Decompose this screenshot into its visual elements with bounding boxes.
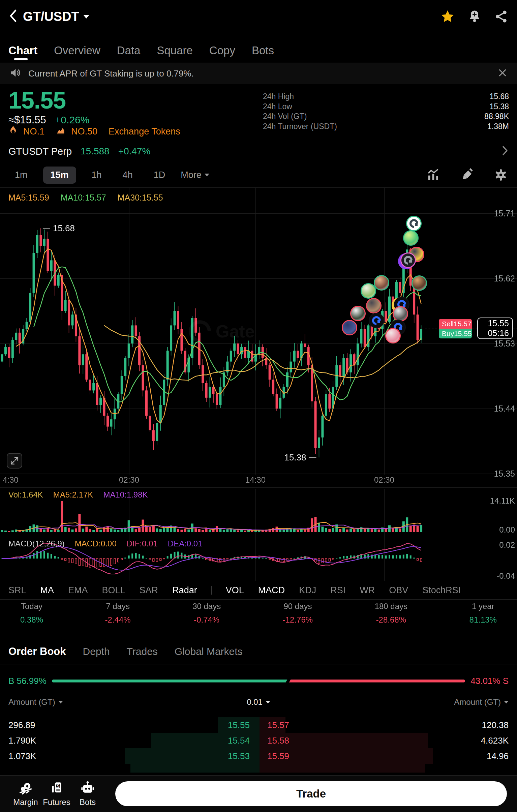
stat-label: 24h Turnover (USDT) <box>263 122 337 131</box>
indicator-tab-rsi[interactable]: RSI <box>330 585 345 596</box>
nav-futures[interactable]: $ Futures <box>41 781 72 807</box>
indicator-tab-obv[interactable]: OBV <box>389 585 408 596</box>
trader-avatar[interactable] <box>393 306 408 322</box>
indicator-tab-vol[interactable]: VOL <box>226 585 244 596</box>
macd-panel[interactable]: MACD(12,26,9) MACD:0.00 DIF:0.01 DEA:0.0… <box>0 538 517 581</box>
tab-chart[interactable]: Chart <box>8 44 37 57</box>
tf-1m[interactable]: 1m <box>9 167 33 184</box>
trader-avatar[interactable] <box>369 313 384 328</box>
tab-global-markets[interactable]: Global Markets <box>175 646 243 657</box>
active-tab-underline <box>14 58 28 60</box>
announcement-banner[interactable]: Current APR of GT Staking is up to 0.79%… <box>0 63 517 84</box>
precision-dropdown[interactable]: 0.01 <box>63 697 454 707</box>
tab-trades[interactable]: Trades <box>127 646 158 657</box>
trader-avatar[interactable] <box>385 328 401 344</box>
trading-app: GT/USDT Chart Overview Data Square Copy … <box>0 0 517 812</box>
top-bar: GT/USDT <box>0 3 517 30</box>
orderbook-row[interactable]: 296.8915.5515.57120.38 <box>0 717 517 733</box>
share-icon[interactable] <box>494 9 508 24</box>
orderbook-row[interactable]: 1.073K15.5315.5914.96 <box>0 748 517 764</box>
dea-value: DEA:0.01 <box>168 539 203 548</box>
tab-copy[interactable]: Copy <box>209 44 235 57</box>
sell-ratio-bar <box>289 679 465 683</box>
perp-row[interactable]: GTUSDT Perp 15.588 +0.47% <box>0 143 517 160</box>
trader-avatar[interactable] <box>366 298 381 314</box>
macd-params: MACD(12,26,9) <box>8 539 65 548</box>
bots-icon <box>80 781 95 795</box>
tf-1d[interactable]: 1D <box>148 167 171 184</box>
tab-square[interactable]: Square <box>157 44 193 57</box>
macd-header: MACD(12,26,9) MACD:0.00 DIF:0.01 DEA:0.0… <box>8 539 203 548</box>
favorite-star-icon[interactable] <box>440 9 455 24</box>
indicator-tab-boll[interactable]: BOLL <box>102 585 125 596</box>
indicator-tab-kdj[interactable]: KDJ <box>299 585 316 596</box>
amount-right-dropdown[interactable]: Amount (GT) <box>454 697 509 707</box>
nav-bots[interactable]: Bots <box>72 781 103 807</box>
indicator-tab-sar[interactable]: SAR <box>140 585 159 596</box>
perp-change: +0.47% <box>118 146 151 157</box>
trader-avatar[interactable] <box>342 320 357 336</box>
indicator-tab-srl[interactable]: SRL <box>8 585 26 596</box>
tf-15m[interactable]: 15m <box>43 167 76 184</box>
ratio-bar <box>52 679 465 683</box>
nav-margin[interactable]: Margin <box>10 781 41 807</box>
tf-1h[interactable]: 1h <box>86 167 107 184</box>
sector-name[interactable]: Exchange Tokens <box>109 126 180 137</box>
perf-1-year: 1 year81.13% <box>469 602 497 626</box>
buy-ratio-bar <box>52 679 287 683</box>
amount-left-dropdown[interactable]: Amount (GT) <box>8 697 63 707</box>
ma30-value: MA30:15.55 <box>118 193 163 203</box>
tab-bots[interactable]: Bots <box>252 44 274 57</box>
price-alert-bell-icon[interactable] <box>467 9 482 24</box>
hot-rank[interactable]: NO.1 <box>23 126 45 137</box>
trader-avatar[interactable] <box>361 283 376 299</box>
fiat-price: ≈$15.55 <box>8 114 46 126</box>
sector-chart-icon <box>56 126 66 138</box>
orderbook-row[interactable]: 1.790K15.5415.584.623K <box>0 733 517 748</box>
pair-selector-caret-icon[interactable] <box>83 15 89 19</box>
buy-price-tag: Buy15.55 <box>439 329 472 339</box>
trader-avatar[interactable] <box>403 230 419 246</box>
tab-order-book[interactable]: Order Book <box>8 645 66 658</box>
ma-header[interactable]: MA5:15.59 MA10:15.57 MA30:15.55 <box>8 193 163 203</box>
perf-today: Today0.38% <box>20 602 43 626</box>
volume-panel[interactable]: Vol:1.64K MA5:2.17K MA10:1.98K <box>0 489 517 538</box>
margin-icon <box>18 781 33 795</box>
orderbook-controls: Amount (GT) 0.01 Amount (GT) <box>0 696 517 708</box>
gate-watermark: Gate <box>189 320 255 343</box>
perf-7-days: 7 days-2.44% <box>105 602 131 626</box>
bid-depth-bar <box>131 764 260 773</box>
tf-more[interactable]: More <box>181 170 209 180</box>
back-icon[interactable] <box>9 9 18 24</box>
trader-avatar[interactable] <box>406 216 422 231</box>
trader-avatar[interactable] <box>374 275 389 291</box>
fullscreen-expand-icon[interactable] <box>7 453 22 468</box>
trade-button[interactable]: Trade <box>115 781 507 806</box>
chart-settings-gear-icon[interactable] <box>494 168 508 182</box>
timeframe-bar: 1m 15m 1h 4h 1D More <box>0 165 517 185</box>
rank-badges: NO.1 NO.50 Exchange Tokens <box>8 125 180 138</box>
sector-rank[interactable]: NO.50 <box>71 126 97 137</box>
indicator-tab-ma[interactable]: MA <box>40 585 54 596</box>
trader-avatar[interactable] <box>400 253 416 268</box>
stat-value: 1.38M <box>487 122 509 131</box>
indicator-tab-stochrsi[interactable]: StochRSI <box>422 585 461 596</box>
indicator-tab-wr[interactable]: WR <box>360 585 375 596</box>
tab-overview[interactable]: Overview <box>54 44 100 57</box>
vol-ma5: MA5:2.17K <box>53 490 93 499</box>
tf-4h[interactable]: 4h <box>117 167 138 184</box>
trader-avatar[interactable] <box>411 276 427 291</box>
banner-close-icon[interactable] <box>497 68 508 79</box>
trader-avatar[interactable] <box>350 306 366 321</box>
indicator-icon[interactable] <box>427 168 440 182</box>
indicator-tab-radar[interactable]: Radar <box>172 585 197 596</box>
bottom-nav: Margin $ Futures Bots Trade <box>0 775 517 812</box>
tab-data[interactable]: Data <box>117 44 141 57</box>
tab-depth[interactable]: Depth <box>83 646 110 657</box>
indicator-tab-ema[interactable]: EMA <box>68 585 88 596</box>
pair-title[interactable]: GT/USDT <box>23 9 79 24</box>
draw-pencil-icon[interactable] <box>460 168 474 182</box>
divider <box>211 586 212 594</box>
indicator-tab-macd[interactable]: MACD <box>258 585 285 596</box>
orderbook-row-clipped <box>0 764 517 773</box>
